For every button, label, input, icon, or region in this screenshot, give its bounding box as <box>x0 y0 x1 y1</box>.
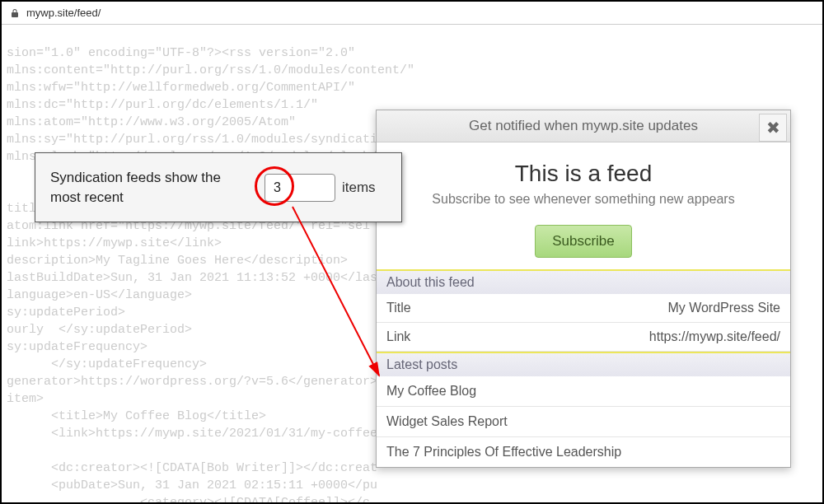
setting-suffix: items <box>342 180 376 196</box>
about-title-label: Title <box>386 301 411 315</box>
lock-icon <box>10 8 20 18</box>
subscribe-button[interactable]: Subscribe <box>535 225 632 258</box>
latest-section-header: Latest posts <box>377 352 790 376</box>
url-bar: mywp.site/feed/ <box>2 2 822 25</box>
about-title-value: My WordPress Site <box>667 301 780 315</box>
setting-label: Syndication feeds show the most recent <box>50 168 244 208</box>
popup-header-title: Get notified when mywp.site updates <box>386 118 780 134</box>
popup-title: This is a feed <box>385 161 782 187</box>
app-frame: mywp.site/feed/ sion="1.0" encoding="UTF… <box>0 0 824 504</box>
about-link-row: Link https://mywp.site/feed/ <box>377 323 790 352</box>
feed-popup: Get notified when mywp.site updates ✖ Th… <box>376 110 791 468</box>
about-link-value: https://mywp.site/feed/ <box>649 329 780 344</box>
popup-subtitle: Subscribe to see whenever something new … <box>385 192 782 207</box>
list-item[interactable]: The 7 Principles Of Effective Leadership <box>377 437 790 467</box>
popup-header: Get notified when mywp.site updates ✖ <box>377 110 790 142</box>
setting-input-wrap: items <box>265 174 376 202</box>
about-section-header: About this feed <box>377 269 790 294</box>
close-button[interactable]: ✖ <box>759 114 787 142</box>
feed-item-count-input[interactable] <box>265 174 335 202</box>
close-icon: ✖ <box>766 118 780 138</box>
list-item[interactable]: Widget Sales Report <box>377 407 790 437</box>
list-item[interactable]: My Coffee Blog <box>377 376 790 407</box>
url-text: mywp.site/feed/ <box>26 7 101 19</box>
about-link-label: Link <box>386 329 410 344</box>
syndication-setting-panel: Syndication feeds show the most recent i… <box>35 152 402 222</box>
popup-body: This is a feed Subscribe to see whenever… <box>377 142 790 269</box>
about-title-row: Title My WordPress Site <box>377 294 790 323</box>
